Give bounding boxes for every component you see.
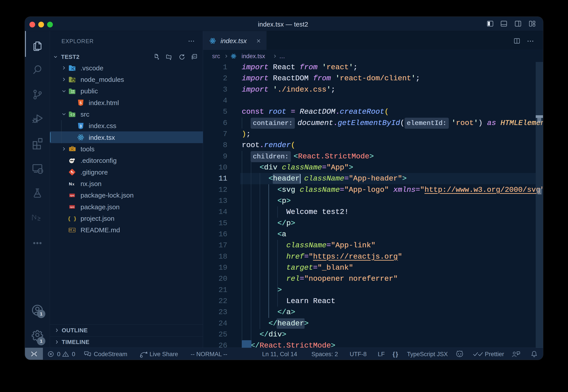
svg-text:npm: npm — [70, 194, 74, 197]
svg-text:js: js — [72, 79, 74, 82]
svg-text:{ }: { } — [68, 216, 76, 222]
svg-text:3: 3 — [80, 124, 82, 128]
svg-text:x: x — [72, 182, 74, 186]
svg-text:5: 5 — [80, 101, 82, 105]
svg-text:npm: npm — [70, 206, 74, 208]
svg-text:N: N — [69, 182, 72, 186]
